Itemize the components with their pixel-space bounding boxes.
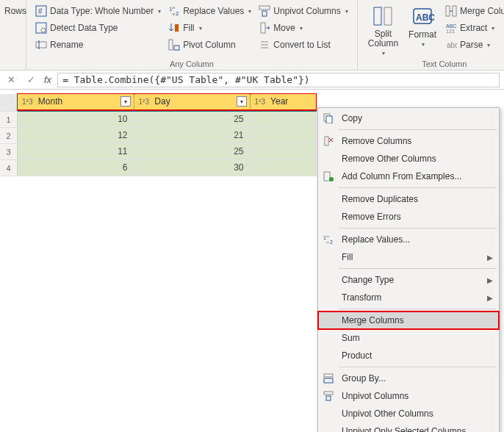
svg-rect-17 [374, 7, 381, 25]
submenu-arrow-icon: ▶ [487, 253, 493, 262]
rename-button[interactable]: Rename [32, 37, 164, 53]
cell[interactable] [250, 159, 316, 176]
svg-rect-8 [175, 24, 179, 32]
cancel-formula-button[interactable]: ✕ [4, 74, 18, 85]
data-type-button[interactable]: # Data Type: Whole Number▾ [32, 3, 164, 19]
chevron-down-icon: ▾ [158, 8, 161, 15]
menu-transform[interactable]: Transform▶ [318, 289, 499, 306]
svg-rect-4 [36, 42, 46, 48]
menu-copy[interactable]: Copy [318, 109, 499, 127]
replace-icon: 12 [168, 5, 180, 17]
split-column-button[interactable]: Split Column▾ [364, 3, 403, 58]
menu-unpivot-other[interactable]: Unpivot Other Columns [318, 405, 499, 422]
formula-input[interactable] [57, 73, 500, 87]
cell[interactable]: 25 [134, 110, 250, 126]
column-header-day[interactable]: 1²3 Day ▾ [134, 94, 250, 110]
fx-label: fx [44, 74, 51, 85]
svg-rect-37 [324, 378, 333, 383]
svg-text:abc: abc [447, 41, 457, 49]
fill-icon [168, 22, 180, 34]
menu-remove-columns[interactable]: Remove Columns [318, 132, 499, 150]
menu-group-by[interactable]: Group By... [318, 370, 499, 387]
filter-button[interactable]: ▾ [237, 96, 247, 107]
context-menu: Copy Remove Columns Remove Other Columns… [317, 107, 500, 432]
row-header[interactable]: 2 [0, 128, 17, 144]
cell[interactable]: 10 [18, 110, 134, 126]
chevron-down-icon: ▾ [382, 50, 385, 57]
chevron-down-icon: ▾ [199, 25, 202, 32]
number-type-icon: 1²3 [22, 98, 32, 106]
detect-data-type-button[interactable]: Detect Data Type [32, 20, 164, 36]
cell[interactable]: 12 [18, 127, 134, 143]
number-type-icon: 1²3 [139, 98, 149, 106]
svg-point-33 [329, 177, 334, 181]
svg-text:2: 2 [330, 240, 333, 245]
row-header[interactable]: 3 [0, 144, 17, 160]
svg-rect-21 [446, 6, 450, 16]
cell[interactable]: 11 [18, 143, 134, 159]
pivot-column-button[interactable]: Pivot Column [165, 37, 254, 53]
menu-remove-errors[interactable]: Remove Errors [318, 208, 499, 226]
replace-values-button[interactable]: 12 Replace Values▾ [165, 3, 254, 19]
menu-sum[interactable]: Sum [318, 329, 499, 347]
pivot-icon [168, 39, 180, 51]
menu-add-from-examples[interactable]: Add Column From Examples... [318, 168, 499, 185]
format-button[interactable]: ABC Format▾ [404, 3, 441, 58]
menu-replace-values[interactable]: 12 Replace Values... [318, 231, 499, 248]
select-all-corner[interactable] [0, 94, 17, 112]
svg-rect-10 [174, 46, 179, 50]
row-header[interactable]: 1 [0, 112, 17, 128]
svg-rect-32 [324, 172, 330, 181]
menu-unpivot[interactable]: Unpivot Columns [318, 387, 499, 405]
svg-rect-11 [259, 6, 270, 10]
format-icon: ABC [411, 4, 434, 28]
unpivot-button[interactable]: Unpivot Columns▾ [256, 3, 350, 19]
menu-merge-columns[interactable]: Merge Columns [318, 312, 499, 329]
parse-icon: abc [445, 39, 457, 51]
menu-product[interactable]: Product [318, 347, 499, 364]
svg-rect-38 [324, 392, 333, 395]
menu-change-type[interactable]: Change Type▶ [318, 271, 499, 289]
svg-rect-39 [326, 396, 331, 400]
svg-point-3 [41, 28, 46, 32]
extract-button[interactable]: ABC123 Extract▾ [442, 20, 504, 36]
menu-remove-duplicates[interactable]: Remove Duplicates [318, 190, 499, 208]
cell[interactable]: 21 [134, 127, 250, 143]
column-header-month[interactable]: 1²3 Month ▾ [18, 94, 134, 110]
accept-formula-button[interactable]: ✓ [24, 74, 38, 85]
cell[interactable] [250, 143, 316, 159]
svg-rect-22 [453, 6, 456, 16]
convert-list-button[interactable]: Convert to List [256, 37, 350, 53]
chevron-down-icon: ▾ [248, 8, 251, 15]
merge-icon [445, 5, 457, 17]
cell[interactable]: 30 [134, 159, 250, 176]
unpivot-icon [259, 5, 270, 17]
move-button[interactable]: Move▾ [256, 20, 350, 36]
parse-button[interactable]: abc Parse▾ [442, 37, 504, 53]
fill-button[interactable]: Fill▾ [165, 20, 254, 36]
cell[interactable] [250, 110, 316, 126]
copy-icon [321, 111, 336, 126]
chevron-down-icon: ▾ [422, 41, 425, 48]
split-icon [371, 4, 395, 28]
menu-unpivot-selected[interactable]: Unpivot Only Selected Columns [318, 422, 499, 432]
group-icon [321, 371, 336, 386]
add-column-icon [321, 169, 336, 184]
chevron-down-icon: ▾ [492, 25, 494, 32]
svg-rect-13 [261, 23, 265, 33]
number-type-icon: 1²3 [255, 98, 265, 106]
merge-columns-button[interactable]: Merge Columns [442, 3, 504, 19]
any-column-label: Any Column [32, 58, 351, 68]
filter-button[interactable]: ▾ [120, 96, 131, 107]
svg-rect-29 [325, 137, 328, 145]
replace-icon: 12 [321, 232, 336, 247]
cell[interactable] [250, 127, 316, 143]
menu-fill[interactable]: Fill▶ [318, 248, 499, 266]
row-header[interactable]: 4 [0, 160, 17, 176]
cell[interactable]: 6 [18, 159, 134, 176]
column-header-year[interactable]: 1²3 Year [250, 94, 316, 110]
menu-remove-other[interactable]: Remove Other Columns [318, 150, 499, 168]
cell[interactable]: 25 [134, 143, 250, 159]
svg-rect-12 [262, 11, 267, 16]
rows-group-label [1, 67, 20, 68]
